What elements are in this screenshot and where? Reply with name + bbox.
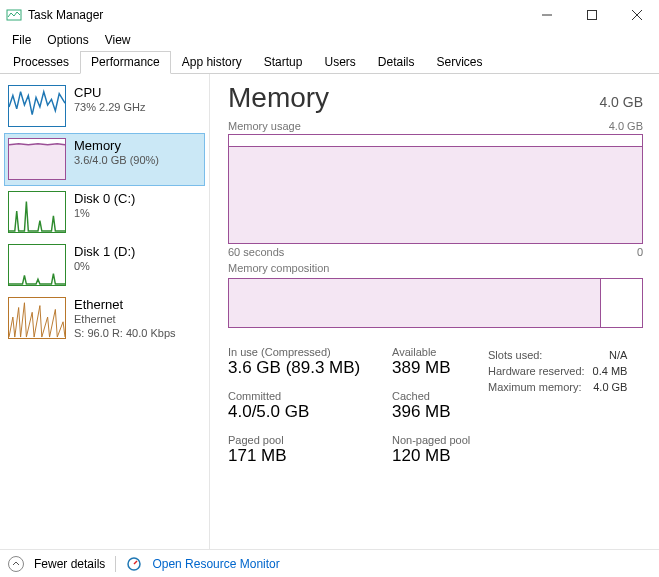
nonpaged-label: Non-paged pool: [392, 434, 482, 446]
menu-view[interactable]: View: [97, 31, 139, 49]
tab-users[interactable]: Users: [313, 51, 366, 74]
eth-sub: Ethernet: [74, 313, 176, 327]
slots-used-label: Slots used:: [488, 348, 591, 362]
committed-label: Committed: [228, 390, 388, 402]
available-label: Available: [392, 346, 482, 358]
cpu-sub: 73% 2.29 GHz: [74, 101, 146, 115]
paged-value: 171 MB: [228, 446, 388, 466]
window-title: Task Manager: [28, 8, 103, 22]
sidebar: CPU73% 2.29 GHz Memory3.6/4.0 GB (90%) D…: [0, 74, 210, 549]
eth-title: Ethernet: [74, 297, 176, 313]
memory-sparkline-icon: [8, 138, 66, 180]
chevron-up-icon[interactable]: [8, 556, 24, 572]
usage-label: Memory usage: [228, 120, 301, 132]
resource-monitor-icon: [126, 556, 142, 572]
open-resource-monitor-link[interactable]: Open Resource Monitor: [152, 557, 279, 571]
cached-label: Cached: [392, 390, 482, 402]
maximize-button[interactable]: [569, 0, 614, 30]
ethernet-sparkline-icon: [8, 297, 66, 339]
sidebar-item-disk1[interactable]: Disk 1 (D:)0%: [4, 239, 205, 292]
max-memory-label: Maximum memory:: [488, 380, 591, 394]
eth-sub2: S: 96.0 R: 40.0 Kbps: [74, 327, 176, 341]
sidebar-item-disk0[interactable]: Disk 0 (C:)1%: [4, 186, 205, 239]
svg-line-7: [134, 561, 137, 564]
fewer-details-link[interactable]: Fewer details: [34, 557, 105, 571]
tab-processes[interactable]: Processes: [2, 51, 80, 74]
cpu-sparkline-icon: [8, 85, 66, 127]
composition-label: Memory composition: [228, 262, 329, 274]
tab-app-history[interactable]: App history: [171, 51, 253, 74]
inuse-label: In use (Compressed): [228, 346, 388, 358]
minimize-button[interactable]: [524, 0, 569, 30]
sidebar-item-ethernet[interactable]: EthernetEthernetS: 96.0 R: 40.0 Kbps: [4, 292, 205, 347]
nonpaged-value: 120 MB: [392, 446, 482, 466]
app-icon: [6, 7, 22, 23]
memory-title: Memory: [74, 138, 159, 154]
cpu-title: CPU: [74, 85, 146, 101]
tab-startup[interactable]: Startup: [253, 51, 314, 74]
committed-value: 4.0/5.0 GB: [228, 402, 388, 422]
main-panel: Memory 4.0 GB Memory usage 4.0 GB 60 sec…: [210, 74, 659, 549]
axis-left: 60 seconds: [228, 246, 284, 258]
cached-value: 396 MB: [392, 402, 482, 422]
disk0-sub: 1%: [74, 207, 135, 221]
disk1-sub: 0%: [74, 260, 135, 274]
disk0-sparkline-icon: [8, 191, 66, 233]
available-value: 389 MB: [392, 358, 482, 378]
paged-label: Paged pool: [228, 434, 388, 446]
svg-rect-5: [9, 145, 65, 179]
close-button[interactable]: [614, 0, 659, 30]
footer-divider: [115, 556, 116, 572]
memory-composition-chart: [228, 278, 643, 328]
tab-services[interactable]: Services: [426, 51, 494, 74]
sidebar-item-cpu[interactable]: CPU73% 2.29 GHz: [4, 80, 205, 133]
disk1-sparkline-icon: [8, 244, 66, 286]
sidebar-item-memory[interactable]: Memory3.6/4.0 GB (90%): [4, 133, 205, 186]
capacity-value: 4.0 GB: [599, 94, 643, 110]
menu-file[interactable]: File: [4, 31, 39, 49]
usage-max: 4.0 GB: [609, 120, 643, 132]
max-memory-value: 4.0 GB: [593, 380, 634, 394]
axis-right: 0: [637, 246, 643, 258]
menu-options[interactable]: Options: [39, 31, 96, 49]
tab-details[interactable]: Details: [367, 51, 426, 74]
inuse-value: 3.6 GB (89.3 MB): [228, 358, 388, 378]
slots-used-value: N/A: [593, 348, 634, 362]
disk1-title: Disk 1 (D:): [74, 244, 135, 260]
main-heading: Memory: [228, 82, 329, 114]
disk0-title: Disk 0 (C:): [74, 191, 135, 207]
memory-usage-chart: [228, 134, 643, 244]
tab-performance[interactable]: Performance: [80, 51, 171, 74]
memory-sub: 3.6/4.0 GB (90%): [74, 154, 159, 168]
svg-rect-2: [587, 11, 596, 20]
hw-reserved-value: 0.4 MB: [593, 364, 634, 378]
hw-reserved-label: Hardware reserved:: [488, 364, 591, 378]
